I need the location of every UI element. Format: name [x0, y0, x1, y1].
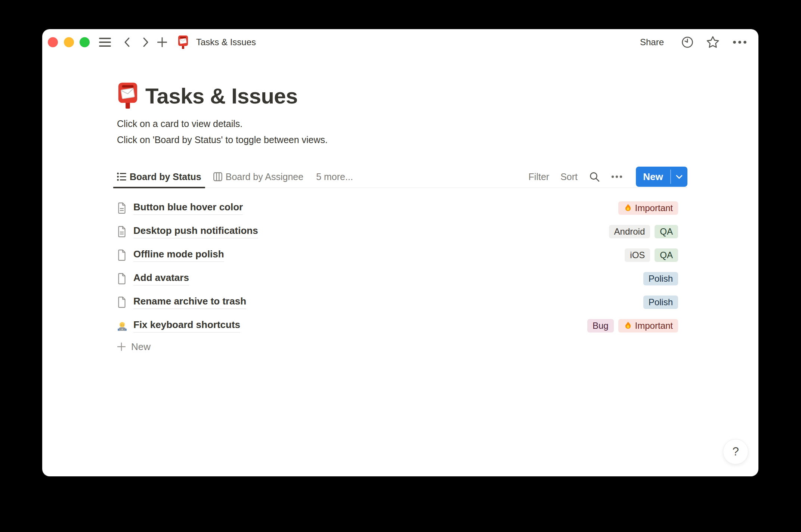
tag-group: Polish: [643, 272, 678, 285]
tag-polish[interactable]: Polish: [643, 272, 678, 285]
tab-board-by-assignee[interactable]: Board by Assignee: [210, 166, 307, 188]
description-line-1: Click on a card to view details.: [117, 116, 328, 132]
app-window: Tasks & Issues Share Tasks & Issues Clic…: [42, 29, 758, 476]
tag-group: iOS QA: [625, 248, 678, 262]
list-view-icon: [117, 172, 126, 181]
task-title[interactable]: Button blue hover color: [133, 201, 243, 215]
tag-label: Important: [635, 203, 673, 213]
plus-icon: [117, 342, 126, 351]
zoom-window-button[interactable]: [80, 37, 90, 47]
tag-label: Bug: [593, 321, 609, 331]
tag-polish[interactable]: Polish: [643, 296, 678, 309]
view-toolbar: Filter Sort New: [529, 167, 687, 187]
view-options-ellipsis-icon[interactable]: [611, 175, 622, 178]
fire-icon: [624, 321, 633, 330]
task-row[interactable]: Button blue hover color Important: [117, 196, 687, 220]
page-text-icon: [117, 202, 127, 214]
task-title[interactable]: Offline mode polish: [133, 248, 224, 262]
tag-group: Bug Important: [587, 319, 678, 332]
tag-qa[interactable]: QA: [655, 248, 678, 262]
tag-group: Android QA: [609, 225, 678, 238]
description-line-2: Click on 'Board by Status' to toggle bet…: [117, 132, 328, 148]
task-row[interactable]: Fix keyboard shortcuts Bug Important: [117, 314, 687, 337]
close-window-button[interactable]: [48, 37, 58, 47]
tag-important[interactable]: Important: [618, 201, 678, 215]
share-button[interactable]: Share: [640, 37, 664, 47]
search-icon[interactable]: [589, 171, 600, 182]
page-text-icon: [117, 226, 127, 237]
tag-label: iOS: [630, 250, 645, 260]
more-views-link[interactable]: 5 more...: [316, 171, 353, 182]
sidebar-menu-icon[interactable]: [99, 38, 111, 47]
tag-android[interactable]: Android: [609, 225, 650, 238]
titlebar-page-title: Tasks & Issues: [196, 37, 256, 47]
new-tab-plus-icon[interactable]: [157, 37, 167, 47]
page-title: Tasks & Issues: [145, 83, 298, 108]
task-title[interactable]: Rename archive to trash: [133, 296, 246, 309]
page-blank-icon: [117, 250, 127, 261]
task-title[interactable]: Fix keyboard shortcuts: [133, 319, 240, 332]
page-blank-icon: [117, 297, 127, 308]
tag-ios[interactable]: iOS: [625, 248, 650, 262]
question-mark-icon: ?: [732, 445, 739, 458]
technologist-emoji-icon: [117, 320, 127, 331]
tag-label: QA: [660, 226, 673, 237]
forward-chevron-icon[interactable]: [142, 37, 149, 47]
tag-label: Important: [635, 321, 673, 331]
tab-board-by-status[interactable]: Board by Status: [113, 166, 205, 188]
chevron-down-icon[interactable]: [671, 167, 688, 187]
add-new-task-button[interactable]: New: [117, 338, 151, 355]
tag-group: Important: [618, 201, 678, 215]
task-row[interactable]: Desktop push notifications Android QA: [117, 220, 687, 243]
tab-label: Board by Assignee: [226, 171, 303, 182]
page-header: Tasks & Issues: [117, 80, 298, 111]
new-button-label[interactable]: New: [636, 167, 670, 187]
help-button[interactable]: ?: [723, 439, 748, 464]
task-list: Button blue hover color Important Deskto…: [117, 196, 687, 337]
window-titlebar: Tasks & Issues Share: [42, 29, 758, 55]
sort-button[interactable]: Sort: [560, 171, 578, 182]
tag-important[interactable]: Important: [618, 319, 678, 332]
postbox-icon: [177, 35, 189, 49]
ellipsis-icon[interactable]: [733, 40, 747, 44]
task-title[interactable]: Desktop push notifications: [133, 225, 258, 238]
tag-label: Android: [614, 226, 645, 237]
new-entry-button[interactable]: New: [636, 167, 687, 187]
tag-bug[interactable]: Bug: [587, 319, 614, 332]
task-row[interactable]: Add avatars Polish: [117, 267, 687, 290]
tag-qa[interactable]: QA: [655, 225, 678, 238]
view-tabs-bar: Board by Status Board by Assignee 5 more…: [113, 166, 687, 188]
page-blank-icon: [117, 273, 127, 284]
task-row[interactable]: Offline mode polish iOS QA: [117, 243, 687, 267]
minimize-window-button[interactable]: [64, 37, 74, 47]
tag-label: Polish: [649, 273, 673, 284]
board-view-icon: [213, 172, 222, 181]
postbox-page-icon[interactable]: [117, 81, 139, 110]
fire-icon: [624, 204, 633, 213]
tag-group: Polish: [643, 296, 678, 309]
task-row[interactable]: Rename archive to trash Polish: [117, 290, 687, 314]
task-title[interactable]: Add avatars: [133, 272, 189, 285]
tag-label: QA: [660, 250, 673, 260]
page-description: Click on a card to view details. Click o…: [117, 116, 328, 148]
star-icon[interactable]: [706, 35, 720, 49]
add-new-label: New: [131, 341, 151, 353]
clock-icon[interactable]: [681, 36, 694, 49]
back-chevron-icon[interactable]: [123, 37, 131, 47]
tab-label: Board by Status: [130, 171, 201, 182]
tag-label: Polish: [649, 297, 673, 307]
filter-button[interactable]: Filter: [529, 171, 550, 182]
